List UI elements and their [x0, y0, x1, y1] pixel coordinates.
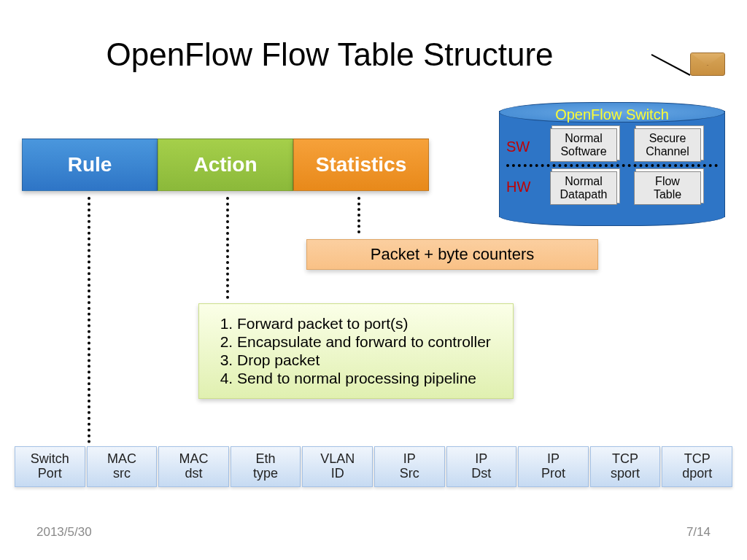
field-vlan-id: VLANID: [302, 446, 373, 487]
action-item-4: Send to normal processing pipeline: [237, 370, 498, 387]
field-tcp-sport: TCPsport: [590, 446, 661, 487]
hw-label: HW: [506, 179, 530, 195]
field-mac-src: MACsrc: [87, 446, 158, 487]
rule-box: Rule: [22, 139, 158, 191]
action-detail: Forward packet to port(s) Encapsulate an…: [198, 303, 514, 399]
stats-detail: Packet + byte counters: [306, 239, 598, 270]
switch-title: OpenFlow Switch: [499, 106, 725, 123]
rule-fields-row: SwitchPort MACsrc MACdst Ethtype VLANID …: [15, 446, 732, 487]
footer-page: 7/14: [686, 525, 711, 540]
field-eth-type: Ethtype: [231, 446, 301, 487]
openflow-switch-cylinder: OpenFlow Switch SW HW Normal Software Se…: [499, 102, 725, 226]
field-ip-prot: IPProt: [518, 446, 589, 487]
action-item-3: Drop packet: [237, 351, 498, 369]
stats-connector: [357, 197, 360, 233]
field-switch-port: SwitchPort: [15, 446, 85, 487]
box-normal-datapath: Normal Datapath: [550, 171, 617, 205]
field-tcp-dport: TCPdport: [662, 446, 732, 487]
action-connector: [226, 197, 229, 299]
action-box: Action: [158, 139, 293, 191]
action-item-1: Forward packet to port(s): [237, 315, 498, 332]
slide-title: OpenFlow Flow Table Structure: [0, 36, 747, 73]
footer-date: 2013/5/30: [36, 525, 92, 540]
statistics-box: Statistics: [293, 139, 429, 191]
field-ip-dst: IPDst: [446, 446, 517, 487]
field-mac-dst: MACdst: [158, 446, 229, 487]
rule-connector: [88, 197, 90, 443]
field-ip-src: IPSrc: [374, 446, 445, 487]
sw-label: SW: [506, 139, 530, 155]
sw-hw-divider: [506, 164, 718, 167]
action-item-2: Encapsulate and forward to controller: [237, 333, 498, 351]
box-normal-software: Normal Software: [550, 128, 617, 162]
box-secure-channel: Secure Channel: [634, 128, 701, 162]
flow-entry-triple: Rule Action Statistics: [22, 139, 429, 191]
envelope-icon: [690, 52, 725, 76]
box-flow-table: Flow Table: [634, 171, 701, 205]
